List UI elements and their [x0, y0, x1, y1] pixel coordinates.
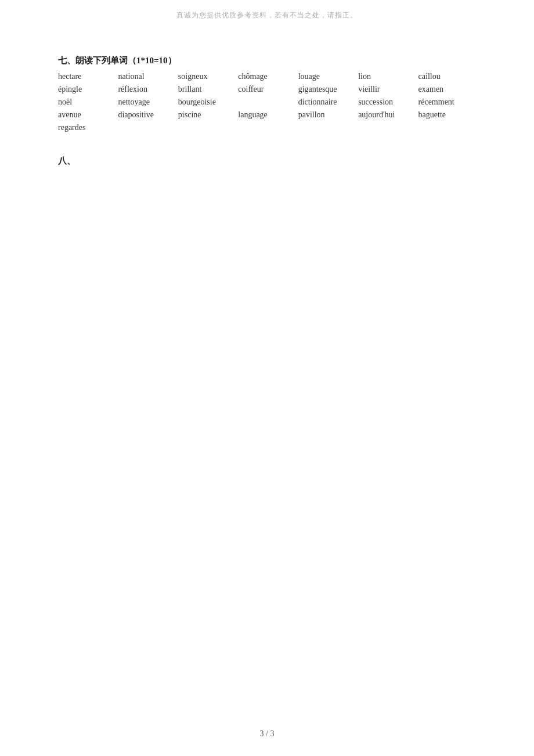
word-empty-r5c6 — [358, 123, 416, 132]
word-hectare: hectare — [58, 72, 116, 81]
word-grid: hectare national soigneux chômage louage… — [58, 72, 476, 132]
word-language: language — [238, 110, 295, 120]
watermark-text: 真诚为您提供优质参考资料，若有不当之处，请指正。 — [0, 0, 534, 20]
word-succession: succession — [358, 98, 416, 107]
word-vieillir: vieillir — [358, 85, 416, 94]
word-soigneux: soigneux — [178, 72, 236, 81]
word-louage: louage — [298, 72, 356, 81]
word-epingle: épingle — [58, 85, 116, 94]
word-empty-r5c5 — [298, 123, 356, 132]
word-regardes: regardes — [58, 123, 116, 132]
page-footer: 3 / 3 — [0, 729, 534, 739]
word-empty-r5c3 — [178, 123, 236, 132]
word-empty-r5c2 — [118, 123, 175, 132]
word-empty-r5c7 — [418, 123, 476, 132]
word-aujourdhui: aujourd'hui — [358, 110, 416, 120]
word-nettoyage: nettoyage — [118, 98, 175, 107]
word-diapositive: diapositive — [118, 110, 175, 120]
word-examen: examen — [418, 85, 476, 94]
word-bourgeoisie: bourgeoisie — [178, 98, 236, 107]
word-empty-r5c4 — [238, 123, 295, 132]
section-eight-title: 八、 — [58, 156, 476, 167]
word-noel: noël — [58, 98, 116, 107]
word-chomage: chômage — [238, 72, 295, 81]
word-brillant: brillant — [178, 85, 236, 94]
word-coiffeur: coiffeur — [238, 85, 295, 94]
word-baguette: baguette — [418, 110, 476, 120]
word-pavillon: pavillon — [298, 110, 356, 120]
word-lion: lion — [358, 72, 416, 81]
section-seven-title: 七、朗读下列单词（1*10=10） — [58, 55, 476, 66]
word-recemment: récemment — [418, 98, 476, 107]
word-gigantesque: gigantesque — [298, 85, 356, 94]
word-national: national — [118, 72, 175, 81]
word-caillou: caillou — [418, 72, 476, 81]
word-avenue: avenue — [58, 110, 116, 120]
word-piscine: piscine — [178, 110, 236, 120]
word-dictionnaire: dictionnaire — [298, 98, 356, 107]
word-empty-r3c4 — [238, 98, 295, 107]
word-reflexion: réflexion — [118, 85, 175, 94]
